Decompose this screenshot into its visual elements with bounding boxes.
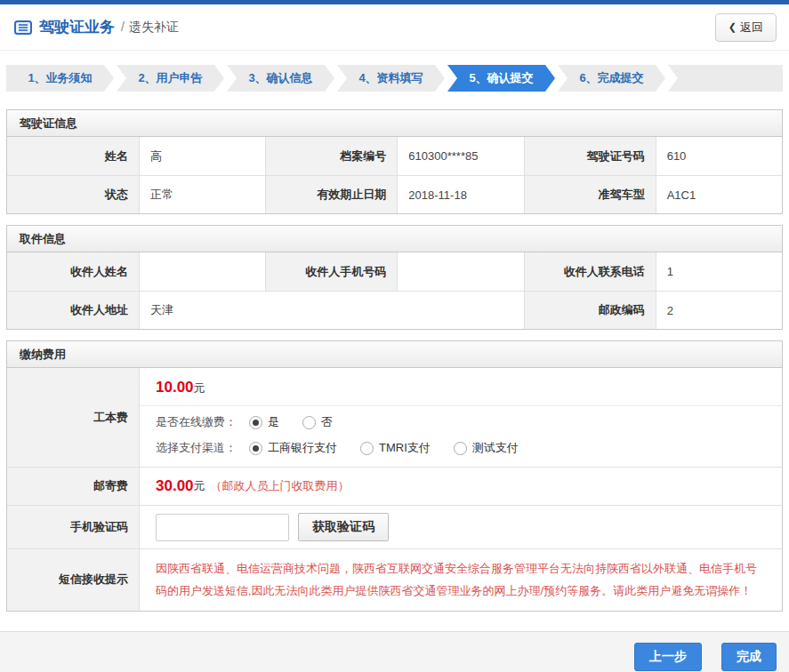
previous-step-button[interactable]: 上一步 xyxy=(634,643,702,671)
pay-channel-option-icbc[interactable]: 工商银行支付 xyxy=(249,440,337,456)
sms-code-label: 手机验证码 xyxy=(7,505,139,548)
vehicle-class-value: A1C1 xyxy=(656,175,782,213)
file-number-value: 610300****85 xyxy=(397,137,523,175)
radio-test-icon[interactable] xyxy=(454,442,467,455)
step-2-user-declaration[interactable]: 2、用户申告 xyxy=(117,65,224,92)
get-sms-code-button[interactable]: 获取验证码 xyxy=(298,513,389,541)
step-3-confirm-info[interactable]: 3、确认信息 xyxy=(227,65,334,92)
expiry-date-label: 有效期止日期 xyxy=(265,175,397,213)
sms-code-cell: 获取验证码 xyxy=(139,505,782,548)
recipient-name-value xyxy=(139,252,265,291)
mail-fee-unit: 元 xyxy=(194,478,205,494)
license-info-table: 姓名 高 档案编号 610300****85 驾驶证号码 610 状态 正常 有… xyxy=(7,137,782,213)
step-wizard: 1、业务须知 2、用户申告 3、确认信息 4、资料填写 5、确认提交 6、完成提… xyxy=(6,65,783,92)
mail-fee-note: （邮政人员上门收取费用） xyxy=(211,478,350,494)
payment-section: 缴纳费用 工本费 10.00元 是否在线缴费： 是 否 选择支付渠道： xyxy=(6,340,783,612)
breadcrumb-current: 遗失补证 xyxy=(129,20,179,34)
pay-channel-test-label: 测试支付 xyxy=(472,440,519,456)
sms-tip-text: 因陕西省联通、电信运营商技术问题，陕西省互联网交通安全综合服务管理平台无法向持陕… xyxy=(139,548,782,611)
recipient-mobile-value xyxy=(397,252,523,291)
license-business-icon xyxy=(14,20,32,35)
sms-tip-label: 短信接收提示 xyxy=(7,548,139,611)
online-pay-option-yes[interactable]: 是 xyxy=(249,414,279,430)
recipient-name-label: 收件人姓名 xyxy=(7,252,139,291)
pay-channel-tmri-label: TMRI支付 xyxy=(379,440,431,456)
payment-title: 缴纳费用 xyxy=(7,341,782,368)
expiry-date-value: 2018-11-18 xyxy=(397,175,523,213)
pay-channel-row: 选择支付渠道： 工商银行支付 TMRI支付 测试支付 xyxy=(140,432,782,467)
step-6-finish-submit[interactable]: 6、完成提交 xyxy=(558,65,665,92)
breadcrumb-slash: / xyxy=(121,20,125,34)
mail-fee-label: 邮寄费 xyxy=(7,467,139,505)
license-info-title: 驾驶证信息 xyxy=(7,110,782,137)
online-pay-yes-label: 是 xyxy=(268,414,279,430)
name-label: 姓名 xyxy=(7,137,139,175)
page-title: 驾驶证业务 xyxy=(39,17,115,37)
back-button[interactable]: ❮ 返回 xyxy=(715,13,777,42)
wizard-tail xyxy=(668,65,783,92)
recipient-phone-value: 1 xyxy=(656,252,782,291)
breadcrumb: /遗失补证 xyxy=(121,20,179,36)
work-fee-amount: 10.00 xyxy=(156,379,194,396)
work-fee-label: 工本费 xyxy=(7,368,139,467)
recipient-address-value: 天津 xyxy=(139,291,524,329)
finish-button[interactable]: 完成 xyxy=(721,643,777,671)
chevron-left-icon: ❮ xyxy=(729,21,737,33)
work-fee-unit: 元 xyxy=(194,381,205,395)
vehicle-class-label: 准驾车型 xyxy=(524,175,656,213)
status-label: 状态 xyxy=(7,175,139,213)
work-fee-amount-line: 10.00元 xyxy=(140,368,782,406)
mail-fee-amount: 30.00 xyxy=(156,477,194,495)
license-number-label: 驾驶证号码 xyxy=(524,137,656,175)
radio-tmri-icon[interactable] xyxy=(360,442,374,455)
online-pay-question: 是否在线缴费： xyxy=(156,414,237,430)
pay-channel-icbc-label: 工商银行支付 xyxy=(268,440,337,456)
radio-no-icon[interactable] xyxy=(302,416,316,429)
recipient-address-label: 收件人地址 xyxy=(7,291,139,329)
step-4-fill-data[interactable]: 4、资料填写 xyxy=(337,65,445,92)
radio-icbc-icon[interactable] xyxy=(249,442,262,455)
step-5-confirm-submit[interactable]: 5、确认提交 xyxy=(447,65,555,92)
pay-channel-option-tmri[interactable]: TMRI支付 xyxy=(360,440,431,456)
work-fee-cell: 10.00元 是否在线缴费： 是 否 选择支付渠道： 工商银行支付 xyxy=(139,368,782,467)
pickup-info-title: 取件信息 xyxy=(7,226,782,252)
page-header: 驾驶证业务 /遗失补证 ❮ 返回 xyxy=(0,4,789,51)
online-pay-row: 是否在线缴费： 是 否 xyxy=(140,406,782,432)
mail-fee-value: 30.00元 （邮政人员上门收取费用） xyxy=(139,467,782,505)
pickup-info-table: 收件人姓名 收件人手机号码 收件人联系电话 1 收件人地址 天津 邮政编码 2 xyxy=(7,252,782,329)
sms-code-input[interactable] xyxy=(156,514,289,541)
payment-table: 工本费 10.00元 是否在线缴费： 是 否 选择支付渠道： xyxy=(7,368,782,611)
pay-channel-option-test[interactable]: 测试支付 xyxy=(454,440,519,456)
license-number-value: 610 xyxy=(656,137,782,175)
back-button-label: 返回 xyxy=(740,20,763,36)
online-pay-option-no[interactable]: 否 xyxy=(302,414,333,430)
postal-code-label: 邮政编码 xyxy=(524,291,656,329)
pickup-info-section: 取件信息 收件人姓名 收件人手机号码 收件人联系电话 1 收件人地址 天津 邮政… xyxy=(6,225,783,330)
recipient-mobile-label: 收件人手机号码 xyxy=(265,252,397,291)
footer-action-bar: 上一步 完成 xyxy=(0,631,789,672)
pay-channel-question: 选择支付渠道： xyxy=(156,440,237,456)
postal-code-value: 2 xyxy=(656,291,782,329)
radio-yes-icon[interactable] xyxy=(249,416,262,429)
step-1-business-notice[interactable]: 1、业务须知 xyxy=(6,65,114,92)
status-value: 正常 xyxy=(139,175,265,213)
name-value: 高 xyxy=(139,137,265,175)
online-pay-no-label: 否 xyxy=(321,414,333,430)
license-info-section: 驾驶证信息 姓名 高 档案编号 610300****85 驾驶证号码 610 状… xyxy=(6,109,783,214)
file-number-label: 档案编号 xyxy=(265,137,397,175)
recipient-phone-label: 收件人联系电话 xyxy=(524,252,656,291)
